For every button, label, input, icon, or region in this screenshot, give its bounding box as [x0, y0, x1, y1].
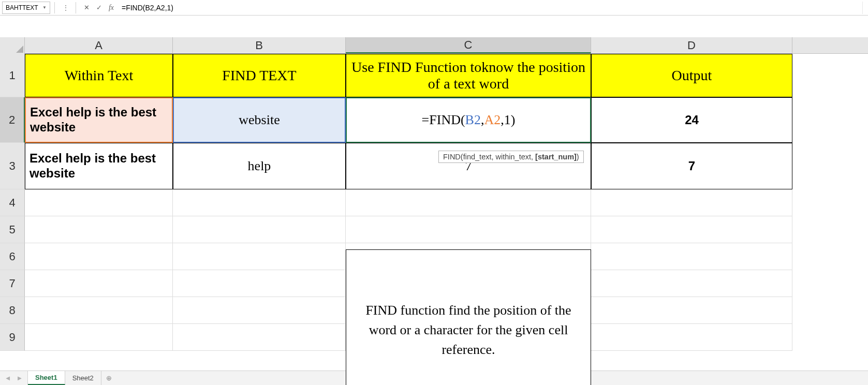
formula-text: =FIND(B2,A2,1) [422, 112, 516, 128]
cell-b2[interactable]: website [173, 97, 346, 143]
description-text-box[interactable]: FIND function find the position of the w… [346, 249, 591, 385]
cell-d9[interactable] [591, 324, 792, 351]
cell-a7[interactable] [25, 270, 173, 297]
divider [54, 2, 55, 13]
cell-b9[interactable] [173, 324, 346, 351]
cell-a8[interactable] [25, 297, 173, 324]
gap [0, 16, 868, 37]
tab-sheet2[interactable]: Sheet2 [65, 371, 101, 385]
cell-a2[interactable]: Excel help is the best website [25, 97, 173, 143]
cell-a5[interactable] [25, 216, 173, 243]
chevron-left-icon: ◄ [5, 374, 11, 382]
cell-b4[interactable] [173, 189, 346, 216]
cell-a1[interactable]: Within Text [25, 54, 173, 97]
row-header-9[interactable]: 9 [0, 324, 25, 351]
data-rows: 1 Within Text FIND TEXT Use FIND Functio… [0, 54, 868, 351]
cell-d1[interactable]: Output [591, 54, 792, 97]
row-header-5[interactable]: 5 [0, 216, 25, 243]
cell-c1[interactable]: Use FIND Function toknow the position of… [346, 54, 591, 97]
row-header-4[interactable]: 4 [0, 189, 25, 216]
table-row: 3 Excel help is the best website help 7 … [0, 143, 868, 189]
row-header-3[interactable]: 3 [0, 143, 25, 189]
function-tooltip: FIND(find_text, within_text, [start_num]… [438, 151, 584, 163]
enter-icon[interactable]: ✓ [93, 2, 105, 13]
row-header-1[interactable]: 1 [0, 54, 25, 97]
table-row: 5 [0, 216, 868, 243]
cell-c5[interactable] [346, 216, 591, 243]
column-header-row: A B C D [0, 37, 868, 54]
formula-bar: BAHTTEXT ▼ ⋮ ✕ ✓ fx [0, 0, 868, 16]
formula-input[interactable] [117, 2, 863, 14]
fx-icon[interactable]: fx [105, 2, 117, 13]
cell-d4[interactable] [591, 189, 792, 216]
cell-c3[interactable]: 7 [346, 143, 591, 189]
chevron-right-icon: ► [17, 374, 23, 382]
cell-a9[interactable] [25, 324, 173, 351]
cell-c2-editing[interactable]: =FIND(B2,A2,1) [346, 97, 591, 143]
chevron-down-icon[interactable]: ▼ [42, 5, 47, 10]
cell-d8[interactable] [591, 297, 792, 324]
row-header-8[interactable]: 8 [0, 297, 25, 324]
select-all-triangle[interactable] [0, 37, 25, 54]
name-box[interactable]: BAHTTEXT ▼ [2, 2, 50, 14]
cancel-icon[interactable]: ✕ [80, 2, 93, 13]
tab-nav-arrows[interactable]: ◄ ► [0, 371, 28, 385]
row-header-2[interactable]: 2 [0, 97, 25, 143]
col-header-d[interactable]: D [591, 37, 792, 53]
cell-d3[interactable]: 7 [591, 143, 792, 189]
cell-b3[interactable]: help [173, 143, 346, 189]
tab-sheet1[interactable]: Sheet1 [28, 371, 65, 385]
table-row: 2 Excel help is the best website website… [0, 97, 868, 143]
cell-c4[interactable] [346, 189, 591, 216]
row-header-6[interactable]: 6 [0, 243, 25, 270]
row-header-7[interactable]: 7 [0, 270, 25, 297]
cell-b8[interactable] [173, 297, 346, 324]
more-icon[interactable]: ⋮ [59, 2, 71, 13]
cell-b6[interactable] [173, 243, 346, 270]
cell-b5[interactable] [173, 216, 346, 243]
col-header-a[interactable]: A [25, 37, 173, 53]
cell-a6[interactable] [25, 243, 173, 270]
col-header-c[interactable]: C [346, 37, 591, 53]
cell-b7[interactable] [173, 270, 346, 297]
cell-d2[interactable]: 24 [591, 97, 792, 143]
spreadsheet-grid: A B C D 1 Within Text FIND TEXT Use FIND… [0, 37, 868, 351]
add-sheet-button[interactable]: ⊕ [101, 371, 117, 385]
table-row: 4 [0, 189, 868, 216]
divider [76, 2, 76, 13]
cell-d6[interactable] [591, 243, 792, 270]
cell-b1[interactable]: FIND TEXT [173, 54, 346, 97]
col-header-b[interactable]: B [173, 37, 346, 53]
cell-d7[interactable] [591, 270, 792, 297]
name-box-value: BAHTTEXT [6, 4, 38, 11]
cell-a3[interactable]: Excel help is the best website [25, 143, 173, 189]
table-row: 1 Within Text FIND TEXT Use FIND Functio… [0, 54, 868, 97]
cell-a4[interactable] [25, 189, 173, 216]
cell-d5[interactable] [591, 216, 792, 243]
